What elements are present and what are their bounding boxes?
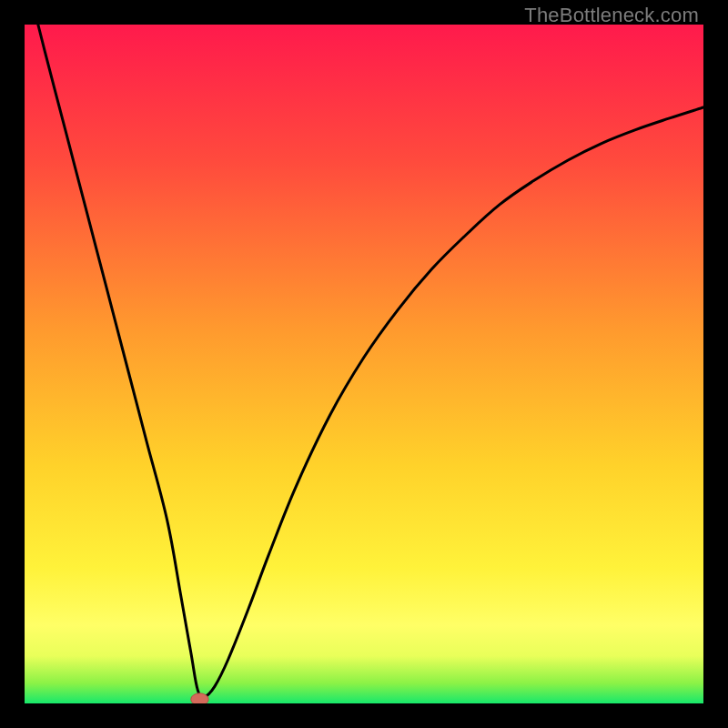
chart-frame: TheBottleneck.com <box>0 0 728 728</box>
attribution-label: TheBottleneck.com <box>524 4 699 27</box>
minimum-marker-icon <box>191 693 208 703</box>
plot-area <box>25 25 703 703</box>
plot-svg <box>25 25 703 703</box>
